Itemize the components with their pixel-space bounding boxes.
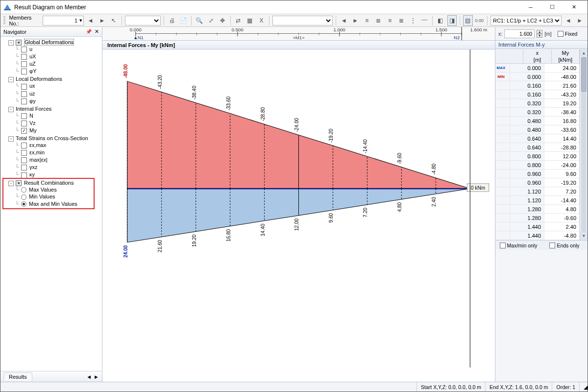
- expander-icon[interactable]: −: [8, 136, 14, 142]
- checkbox-icon[interactable]: [21, 98, 27, 104]
- tree-leaf[interactable]: N: [29, 113, 33, 119]
- display-mode-combo[interactable]: [272, 16, 333, 25]
- tree-leaf[interactable]: φy: [29, 98, 36, 104]
- table-row[interactable]: 0.800-24.00: [495, 161, 580, 170]
- radio-icon[interactable]: [21, 201, 26, 207]
- table-row[interactable]: 0.640-28.80: [495, 143, 580, 152]
- checkbox-icon[interactable]: [21, 47, 27, 52]
- tree-leaf[interactable]: uZ: [29, 61, 36, 67]
- table-row[interactable]: 0.160-43.20: [495, 90, 580, 99]
- tree-node[interactable]: Internal Forces: [16, 106, 51, 112]
- tree-leaf[interactable]: u: [29, 46, 32, 52]
- tree-leaf[interactable]: εx,min: [29, 149, 45, 155]
- tree-leaf[interactable]: uz: [29, 91, 35, 97]
- prev-member-button[interactable]: ◄: [86, 15, 96, 26]
- tb-a[interactable]: ≡: [362, 15, 372, 26]
- table-row[interactable]: 1.2804.80: [495, 205, 580, 214]
- table-row[interactable]: 0.480-33.60: [495, 125, 580, 134]
- table-row[interactable]: 0.48016.80: [495, 117, 580, 125]
- sync-button[interactable]: ⇄: [234, 15, 244, 26]
- table-row[interactable]: 1.280-9.60: [495, 214, 580, 222]
- checkbox-icon[interactable]: [21, 61, 27, 67]
- table-row[interactable]: 1.4402.40: [495, 222, 580, 231]
- tree-leaf[interactable]: γxz: [29, 164, 38, 170]
- checkbox-icon[interactable]: [21, 113, 27, 119]
- members-no-input[interactable]: ▾: [43, 16, 84, 25]
- smoothing-button[interactable]: 0.00: [475, 15, 485, 26]
- next-member-button[interactable]: ►: [98, 15, 107, 26]
- window-minimize-button[interactable]: ─: [520, 1, 541, 14]
- tree-leaf[interactable]: max|εx|: [29, 157, 48, 163]
- checkbox-icon[interactable]: [21, 84, 27, 90]
- table-row[interactable]: 0.16021.60: [495, 81, 580, 90]
- tree-node[interactable]: Total Strains on Cross-Section: [16, 135, 88, 141]
- tree-leaf[interactable]: φY: [29, 68, 36, 74]
- next-lc-button[interactable]: ►: [575, 15, 585, 26]
- tree-leaf[interactable]: εx,max: [29, 142, 46, 148]
- tb-g[interactable]: ◧: [436, 15, 445, 26]
- expander-icon[interactable]: −: [8, 181, 14, 186]
- navigator-tree[interactable]: −Global Deformations └u└uX└uZ└φY −Local …: [0, 37, 102, 371]
- checkbox-icon[interactable]: [21, 128, 27, 134]
- tb-h[interactable]: ◨: [447, 15, 457, 26]
- zoom-region-button[interactable]: 🔍: [195, 15, 204, 26]
- tree-node[interactable]: Result Combinations: [24, 180, 74, 186]
- tb-prev[interactable]: ◄: [339, 15, 349, 26]
- report-button[interactable]: 📄: [179, 15, 189, 26]
- checkbox-icon[interactable]: [21, 91, 27, 97]
- radio-icon[interactable]: [21, 187, 26, 193]
- maxmin-only-checkbox[interactable]: [500, 243, 506, 248]
- tree-leaf[interactable]: Max and Min Values: [29, 201, 77, 207]
- checkbox-icon[interactable]: [21, 54, 27, 60]
- x-input[interactable]: 1.600: [504, 29, 535, 38]
- checkbox-icon[interactable]: [16, 180, 22, 186]
- tab-prev[interactable]: ◄: [86, 374, 92, 380]
- tab-next[interactable]: ►: [94, 374, 99, 380]
- table-row[interactable]: 0.960-19.20: [495, 178, 580, 187]
- tree-leaf[interactable]: Max Values: [29, 187, 57, 193]
- window-maximize-button[interactable]: ☐: [541, 1, 563, 14]
- window-close-button[interactable]: ✕: [563, 1, 585, 14]
- tb-e[interactable]: ⋮: [408, 15, 418, 26]
- tree-leaf[interactable]: uX: [29, 53, 36, 59]
- nav-close-icon[interactable]: ✕: [95, 28, 99, 35]
- checkbox-icon[interactable]: [21, 143, 27, 148]
- expander-icon[interactable]: −: [8, 77, 14, 82]
- fixed-checkbox[interactable]: [558, 31, 564, 37]
- checkbox-icon[interactable]: [21, 157, 27, 163]
- pick-member-button[interactable]: ↖: [109, 15, 119, 26]
- pan-button[interactable]: ✥: [218, 15, 227, 26]
- table-row[interactable]: 0.32019.20: [495, 99, 580, 108]
- checkbox-icon[interactable]: [21, 150, 27, 156]
- scrollbar[interactable]: ▲ ▼: [580, 49, 588, 240]
- prev-lc-button[interactable]: ◄: [564, 15, 573, 26]
- expander-icon[interactable]: −: [8, 107, 14, 112]
- tree-leaf[interactable]: My: [29, 127, 37, 133]
- table-row[interactable]: 0.64014.40: [495, 134, 580, 143]
- spin-up[interactable]: ▲: [537, 30, 542, 34]
- checkbox-icon[interactable]: [21, 69, 27, 74]
- checkbox-icon[interactable]: [21, 165, 27, 171]
- zoom-fit-button[interactable]: ⤢: [206, 15, 216, 26]
- print-button[interactable]: 🖨: [167, 15, 177, 26]
- radio-icon[interactable]: [21, 195, 26, 200]
- chart-area[interactable]: -48.00-43.20-38.40-33.60-28.80-24.00-19.…: [102, 49, 495, 382]
- table-row[interactable]: 1.440-4.80: [495, 231, 580, 240]
- pin-icon[interactable]: 📌: [86, 29, 92, 34]
- table-row[interactable]: 0.320-38.40: [495, 108, 580, 117]
- expander-icon[interactable]: −: [8, 40, 14, 46]
- checkbox-icon[interactable]: [16, 40, 22, 46]
- tb-b[interactable]: ≣: [374, 15, 384, 26]
- tb-c[interactable]: ≡: [385, 15, 395, 26]
- tree-node[interactable]: Global Deformations: [24, 39, 74, 46]
- table-row[interactable]: 1.120-14.40: [495, 196, 580, 205]
- table-row[interactable]: MAX0.00024.00: [495, 64, 580, 73]
- table-row[interactable]: 1.1207.20: [495, 187, 580, 196]
- checkbox-icon[interactable]: [21, 121, 27, 126]
- tb-next[interactable]: ►: [351, 15, 361, 26]
- tree-leaf[interactable]: ux: [29, 83, 35, 89]
- tree-leaf[interactable]: κy: [29, 172, 35, 177]
- ends-only-checkbox[interactable]: [549, 243, 555, 248]
- filter-combo[interactable]: [125, 16, 161, 25]
- tree-leaf[interactable]: Min Values: [29, 194, 55, 199]
